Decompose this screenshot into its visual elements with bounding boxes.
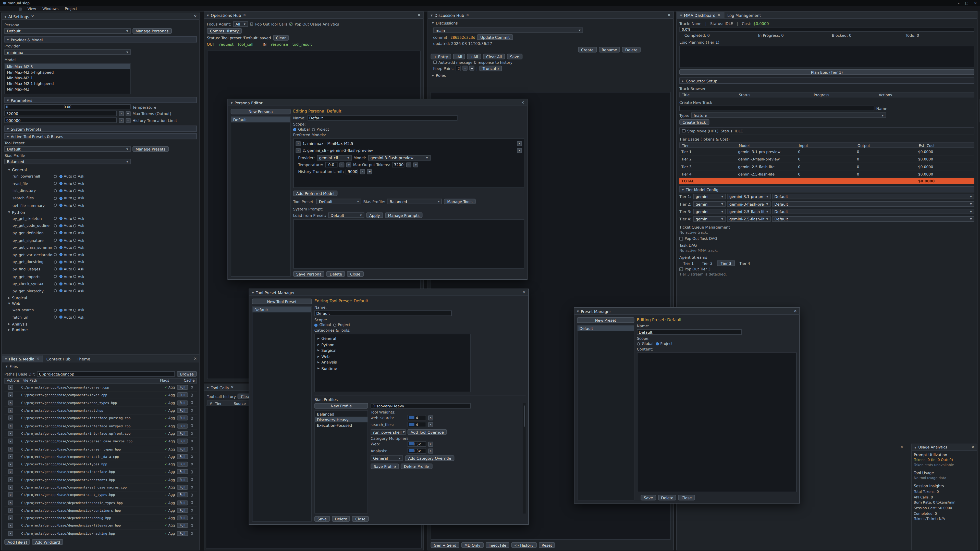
full-button[interactable]: Full bbox=[177, 446, 188, 451]
scrollbar[interactable] bbox=[977, 11, 980, 550]
tier-stream-tab[interactable]: Tier 1 bbox=[679, 260, 697, 266]
tool-toggle-radio[interactable] bbox=[54, 197, 57, 200]
roles-section-header[interactable]: ▶Roles bbox=[431, 72, 670, 78]
remove-file-button[interactable]: x bbox=[8, 454, 13, 459]
manage-tools-button[interactable]: Manage Tools bbox=[444, 199, 476, 204]
persona-list-item[interactable]: Default bbox=[231, 117, 290, 122]
cache-indicator[interactable] bbox=[190, 394, 193, 396]
auto-radio[interactable] bbox=[59, 316, 62, 319]
cache-indicator[interactable] bbox=[190, 494, 193, 496]
tier-preset-select[interactable]: Default▼ bbox=[772, 208, 974, 214]
tab-close-icon[interactable]: ✕ bbox=[31, 14, 34, 18]
auto-radio[interactable] bbox=[59, 260, 62, 264]
delete-tool-preset-button[interactable]: Delete bbox=[332, 516, 350, 522]
conductor-setup-section[interactable]: ▶Conductor Setup bbox=[679, 78, 974, 84]
reorder-button[interactable]: - bbox=[296, 141, 301, 146]
ask-radio[interactable] bbox=[73, 253, 76, 256]
cache-indicator[interactable] bbox=[190, 463, 193, 465]
menu-view[interactable]: View bbox=[24, 7, 39, 11]
delete-persona-button[interactable]: Delete bbox=[327, 271, 345, 277]
category-runtime[interactable]: ▶Runtime bbox=[4, 327, 197, 333]
scope-global-radio[interactable] bbox=[314, 323, 318, 326]
comms-history-button[interactable]: Comms History bbox=[207, 28, 242, 34]
discussions-section-header[interactable]: ▼Discussions bbox=[431, 20, 670, 26]
increment-button[interactable]: + bbox=[367, 169, 372, 174]
tool-toggle-radio[interactable] bbox=[54, 316, 57, 319]
category-override-select[interactable]: General▼ bbox=[371, 455, 403, 461]
tab-close-icon[interactable]: ✕ bbox=[36, 357, 39, 360]
ask-radio[interactable] bbox=[73, 175, 76, 178]
tab-log-management[interactable]: Log Management bbox=[724, 11, 764, 18]
tool-toggle-radio[interactable] bbox=[54, 289, 57, 292]
increment-button[interactable]: + bbox=[414, 162, 418, 167]
category-tree-node[interactable]: ▶Python bbox=[318, 341, 468, 347]
cache-indicator[interactable] bbox=[190, 409, 193, 412]
new-profile-button[interactable]: New Profile bbox=[314, 403, 368, 409]
collapse-icon[interactable]: ▼ bbox=[4, 15, 6, 18]
discussion-hub-header[interactable]: ▼ Discussion Hub ✕ ✕ bbox=[428, 12, 673, 19]
preset-content-textarea[interactable] bbox=[637, 352, 797, 492]
discussion-send-button[interactable]: Inject File bbox=[485, 542, 509, 548]
close-button[interactable]: ✕ bbox=[974, 1, 977, 5]
decrement-button[interactable]: - bbox=[339, 162, 345, 167]
detached-panel-close-icon[interactable]: ✕ bbox=[900, 445, 904, 450]
increment-button[interactable]: + bbox=[346, 162, 352, 167]
add-tool-override-button[interactable]: Add Tool Override bbox=[407, 429, 447, 435]
remove-model-button[interactable]: x bbox=[517, 141, 522, 146]
full-button[interactable]: Full bbox=[177, 454, 188, 459]
remove-file-button[interactable]: x bbox=[8, 531, 13, 536]
auto-radio[interactable] bbox=[59, 182, 62, 185]
remove-file-button[interactable]: x bbox=[8, 477, 13, 482]
panel-close-icon[interactable]: ✕ bbox=[417, 13, 421, 17]
auto-radio[interactable] bbox=[59, 268, 62, 271]
full-button[interactable]: Full bbox=[177, 485, 188, 490]
tab-mma-dashboard[interactable]: ▼MMA Dashboard✕ bbox=[677, 11, 724, 18]
active-presets-section[interactable]: ▼Active Tool Presets & Biases bbox=[4, 133, 197, 139]
tab-close-icon[interactable]: ✕ bbox=[243, 13, 246, 17]
cache-indicator[interactable] bbox=[190, 417, 193, 420]
save-tool-preset-button[interactable]: Save bbox=[314, 516, 330, 522]
agg-checkbox-label[interactable]: Agg bbox=[168, 516, 176, 520]
save-profile-button[interactable]: Save Profile bbox=[371, 464, 399, 469]
agg-checkbox-label[interactable]: Agg bbox=[168, 508, 176, 512]
tool-toggle-radio[interactable] bbox=[54, 217, 57, 220]
ai-settings-header[interactable]: ▼ AI Settings ✕ ✕ bbox=[2, 13, 199, 20]
tier-stream-tab[interactable]: Tier 4 bbox=[736, 260, 754, 266]
files-section-header[interactable]: ▼Files bbox=[4, 364, 197, 369]
scope-global-radio[interactable] bbox=[293, 128, 296, 131]
full-button[interactable]: Full bbox=[177, 531, 188, 536]
scrollbar[interactable] bbox=[523, 403, 526, 513]
agg-checkbox-label[interactable]: Agg bbox=[168, 524, 176, 527]
decrement-button[interactable]: - bbox=[119, 118, 124, 123]
preset-name-input[interactable]: Default bbox=[637, 329, 742, 335]
auto-radio[interactable] bbox=[59, 217, 62, 220]
discussion-select[interactable]: main▼ bbox=[433, 27, 583, 33]
system-prompt-textarea[interactable] bbox=[293, 219, 525, 268]
update-commit-button[interactable]: Update Commit bbox=[477, 34, 513, 40]
preset-manager-titlebar[interactable]: ▼ Preset Manager ✕ bbox=[574, 308, 800, 315]
add-category-override-button[interactable]: Add Category Override bbox=[405, 455, 454, 461]
tool-preset-select[interactable]: Default▼ bbox=[317, 199, 361, 204]
agg-checkbox-label[interactable]: Agg bbox=[168, 409, 176, 413]
tab-close-icon[interactable]: ✕ bbox=[231, 386, 234, 389]
clear-status-button[interactable]: Clear bbox=[273, 35, 289, 41]
decrement-button[interactable]: - bbox=[407, 162, 412, 167]
operations-hub-header[interactable]: ▼ Operations Hub ✕ ✕ bbox=[204, 12, 423, 19]
tier-preset-select[interactable]: Default▼ bbox=[772, 201, 974, 206]
persona-editor-titlebar[interactable]: ▼ Persona Editor ✕ bbox=[228, 99, 527, 106]
agg-checkbox-label[interactable]: Agg bbox=[168, 447, 176, 451]
auto-radio[interactable] bbox=[59, 197, 62, 200]
remove-file-button[interactable]: x bbox=[8, 492, 13, 498]
full-button[interactable]: Full bbox=[177, 508, 188, 513]
tab-context-hub[interactable]: Context Hub bbox=[43, 355, 73, 362]
persona-name-input[interactable]: Default bbox=[307, 115, 457, 121]
remove-file-button[interactable]: x bbox=[8, 500, 13, 505]
temperature-input[interactable]: -0.0 bbox=[325, 162, 338, 167]
tab-close-icon[interactable]: ✕ bbox=[718, 13, 721, 17]
cache-indicator[interactable] bbox=[190, 532, 193, 535]
minimize-button[interactable]: – bbox=[958, 1, 959, 5]
scope-project-radio[interactable] bbox=[333, 323, 336, 326]
save-persona-button[interactable]: Save Persona bbox=[293, 271, 325, 277]
cache-indicator[interactable] bbox=[190, 448, 193, 450]
history-limit-input[interactable]: 900000 bbox=[4, 118, 117, 123]
